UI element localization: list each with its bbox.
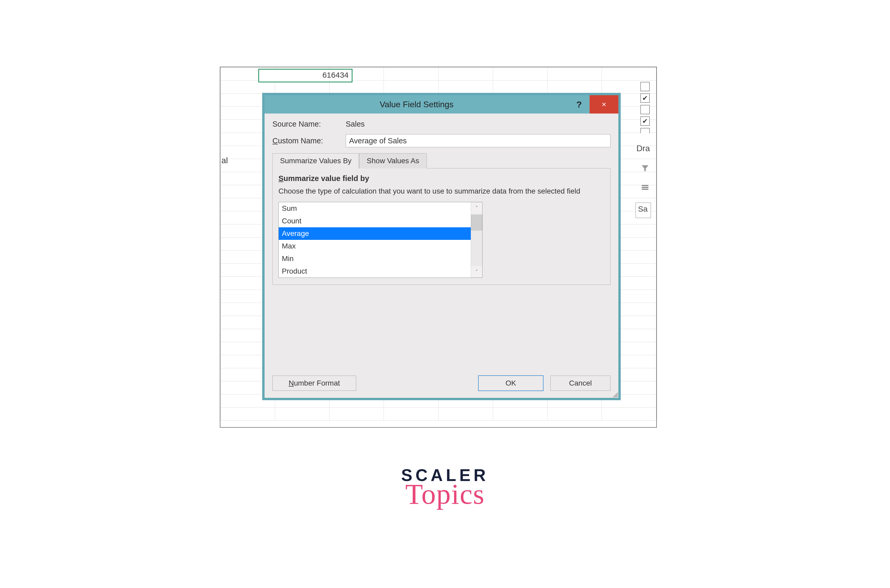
- help-button[interactable]: ?: [569, 99, 589, 110]
- screenshot-frame: 616434 al ✔ ✔ Dra Sa Value Field Setting…: [220, 67, 657, 428]
- number-format-button[interactable]: Number Format: [272, 376, 356, 391]
- cancel-button[interactable]: Cancel: [550, 376, 610, 391]
- source-name-label: Source Name:: [272, 120, 346, 128]
- dialog-title: Value Field Settings: [265, 100, 569, 110]
- tab-summarize-values-by[interactable]: Summarize Values By: [272, 153, 359, 168]
- values-area-fragment[interactable]: Sa: [635, 202, 651, 218]
- rows-icon: [635, 183, 655, 192]
- value-field-settings-dialog: Value Field Settings ? × Source Name: Sa…: [262, 93, 621, 400]
- field-checkbox[interactable]: [640, 105, 650, 114]
- resize-grip-icon[interactable]: [611, 390, 618, 398]
- summarize-heading: Summarize value field by: [278, 174, 604, 183]
- calc-option-min[interactable]: Min: [279, 252, 471, 265]
- filter-icon: [635, 164, 655, 172]
- drag-fields-label-fragment: Dra: [635, 144, 655, 153]
- calc-option-sum[interactable]: Sum: [279, 202, 471, 215]
- custom-name-input[interactable]: [346, 134, 610, 147]
- active-cell[interactable]: 616434: [258, 69, 352, 82]
- watermark-line2: Topics: [0, 478, 890, 511]
- dialog-titlebar[interactable]: Value Field Settings ? ×: [265, 95, 618, 114]
- cell-fragment-text: al: [221, 156, 228, 165]
- pivottable-field-list-fragment: ✔ ✔ Dra Sa: [635, 80, 655, 218]
- scroll-up-icon[interactable]: ˄: [471, 202, 482, 214]
- dialog-tabs: Summarize Values By Show Values As: [272, 153, 610, 168]
- calc-option-average[interactable]: Average: [279, 227, 471, 240]
- field-checkbox[interactable]: [640, 128, 650, 133]
- summarize-description: Choose the type of calculation that you …: [278, 186, 604, 197]
- source-name-value: Sales: [346, 120, 365, 128]
- calc-option-count[interactable]: Count: [279, 215, 471, 227]
- summarize-panel: Summarize value field by Choose the type…: [272, 168, 610, 285]
- field-checkbox[interactable]: ✔: [640, 93, 650, 103]
- scaler-topics-watermark: SCALER Topics: [0, 466, 890, 511]
- tab-show-values-as[interactable]: Show Values As: [359, 153, 427, 168]
- scroll-down-icon[interactable]: ˅: [471, 266, 482, 278]
- close-button[interactable]: ×: [589, 95, 618, 114]
- scroll-thumb[interactable]: [471, 215, 482, 231]
- calc-option-max[interactable]: Max: [279, 240, 471, 252]
- calc-option-product[interactable]: Product: [279, 265, 471, 278]
- field-checkbox[interactable]: [640, 82, 650, 91]
- calculation-listbox[interactable]: SumCountAverageMaxMinProduct ˄ ˅: [278, 202, 483, 278]
- listbox-scrollbar[interactable]: ˄ ˅: [471, 202, 482, 278]
- custom-name-label: Custom Name:: [272, 136, 346, 145]
- field-checkbox[interactable]: ✔: [640, 116, 650, 126]
- ok-button[interactable]: OK: [478, 375, 544, 391]
